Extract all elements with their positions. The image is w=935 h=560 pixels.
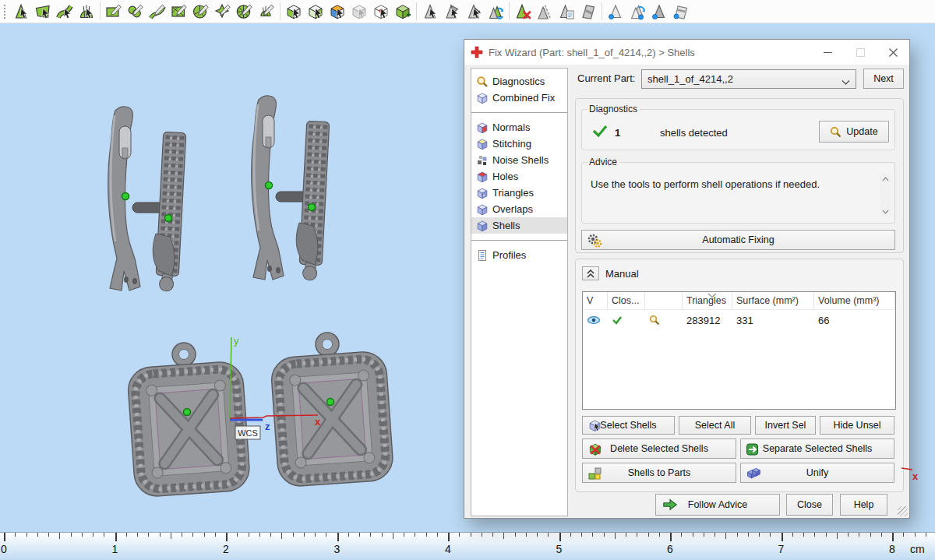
automatic-fixing-button[interactable]: Automatic Fixing [581, 230, 895, 250]
sidebar-item-diagnostics[interactable]: Diagnostics [471, 73, 567, 90]
ruler-tick [448, 533, 450, 541]
mark-mesh-icon[interactable] [168, 1, 190, 22]
separate-selected-shells-button[interactable]: Separate Selected Shells [740, 438, 894, 459]
pick-node-filled-icon[interactable] [648, 1, 670, 22]
ruler-tick [471, 533, 471, 537]
part-clasp-2[interactable] [252, 96, 330, 281]
sidebar-item-combined-fix[interactable]: Combined Fix [471, 90, 567, 106]
table-header-icon[interactable] [645, 292, 683, 309]
normals-icon [476, 122, 489, 134]
pick-point-on-part-icon[interactable] [370, 1, 392, 22]
refresh-selection-icon[interactable] [485, 1, 506, 22]
gears-icon [587, 233, 602, 251]
part-clasp-1[interactable] [108, 107, 186, 292]
table-header-Volume (mm³)[interactable]: Volume (mm³) [814, 292, 895, 309]
ruler-tick [15, 533, 16, 537]
sidebar-item-noise-shells[interactable]: Noise Shells [471, 152, 567, 168]
select-shells-button[interactable]: Select Shells [582, 416, 675, 435]
mark-fan-icon[interactable] [256, 1, 277, 22]
select-curved-surface-icon[interactable] [54, 1, 76, 22]
pick-colored-part-icon[interactable] [326, 1, 348, 22]
update-button[interactable]: Update [819, 121, 889, 143]
grow-part-selection-icon[interactable] [392, 1, 414, 22]
delete-selected-shells-button[interactable]: Delete Selected Shells [582, 438, 736, 459]
shaded-selection-icon[interactable] [577, 1, 599, 22]
ruler-tick [926, 533, 926, 537]
pick-part-window-icon[interactable] [305, 1, 326, 22]
minimize-button[interactable] [811, 40, 844, 65]
resize-grip[interactable] [898, 506, 908, 516]
dialog-titlebar[interactable]: Fix Wizard (Part: shell_1_of_4214,,2) > … [464, 40, 909, 65]
pick-node-icon[interactable] [605, 1, 626, 22]
ghost-selection-icon[interactable] [534, 1, 556, 22]
diagnostics-legend: Diagnostics [587, 104, 640, 114]
invert-sel-button[interactable]: Invert Sel [755, 416, 816, 435]
close-window-button[interactable] [877, 40, 909, 65]
ruler-tick [648, 533, 649, 537]
select-plane-icon[interactable] [32, 1, 54, 22]
close-button[interactable]: Close [786, 494, 833, 516]
sidebar-item-overlaps[interactable]: Overlaps [471, 201, 567, 217]
fix-wizard-cross-icon [471, 46, 483, 58]
ruler-tick [71, 533, 72, 537]
mark-free-curve-icon[interactable] [146, 1, 168, 22]
selection-properties-icon[interactable] [556, 1, 577, 22]
ruler-tick [148, 533, 149, 537]
unify-button[interactable]: Unify [740, 463, 894, 483]
sidebar-item-shells[interactable]: Shells [471, 217, 567, 234]
ruler-tick [304, 533, 305, 537]
sidebar-item-label: Diagnostics [492, 76, 545, 87]
current-part-dropdown[interactable]: shell_1_of_4214,,2 [641, 69, 856, 89]
pick-node-plane-icon[interactable] [670, 1, 692, 22]
select-shell-icon[interactable] [76, 1, 97, 22]
shells-to-parts-button[interactable]: Shells to Parts [582, 463, 736, 483]
wcs-label: WCS [238, 428, 258, 438]
select-all-button[interactable]: Select All [679, 416, 751, 435]
mark-spokes-icon[interactable] [234, 1, 256, 22]
ruler-tick [160, 533, 161, 537]
visibility-eye-icon[interactable] [583, 315, 608, 325]
shell-table-row[interactable]: 28391233166 [583, 310, 895, 330]
scroll-up-icon[interactable] [880, 174, 891, 184]
pick-part-icon[interactable] [283, 1, 305, 22]
ruler-tick [503, 533, 504, 539]
sidebar-item-profiles[interactable]: Profiles [471, 247, 567, 263]
maximize-button[interactable] [844, 40, 877, 65]
help-button[interactable]: Help [840, 494, 887, 516]
locate-magnifier-icon[interactable] [645, 315, 683, 326]
table-header-Clos...[interactable]: Clos... [608, 292, 645, 309]
ruler-tick [903, 533, 904, 537]
collapse-manual-button[interactable] [582, 266, 599, 280]
refresh-nodes-icon[interactable] [626, 1, 648, 22]
table-header-V[interactable]: V [583, 292, 608, 309]
delete-marked-triangles-icon[interactable] [512, 1, 534, 22]
pick-part-disabled-icon[interactable] [348, 1, 370, 22]
advice-scrollbar[interactable] [880, 174, 891, 217]
mark-star-icon[interactable] [212, 1, 234, 22]
ruler-unit: cm [910, 543, 925, 555]
table-header-Surface (mm²)[interactable]: Surface (mm²) [732, 292, 814, 309]
sidebar-item-stitching[interactable]: Stitching [471, 136, 567, 152]
ruler-tick [259, 533, 260, 537]
current-part-label: Current Part: [577, 72, 635, 84]
sidebar-item-normals[interactable]: Normals [471, 119, 567, 136]
follow-advice-button[interactable]: Follow Advice [655, 494, 780, 516]
table-top-chevron-icon[interactable] [707, 291, 717, 301]
mark-pie-icon[interactable] [190, 1, 212, 22]
pick-triangle-icon[interactable] [419, 1, 441, 22]
ruler-tick [249, 533, 249, 537]
hide-unsel-button[interactable]: Hide Unsel [820, 416, 894, 435]
ruler-label: 1 [112, 543, 118, 555]
advice-groupbox: Advice Use the tools to perform shell op… [581, 157, 895, 224]
next-button[interactable]: Next [863, 69, 904, 89]
move-triangle-icon[interactable] [463, 1, 485, 22]
mark-rectangle-icon[interactable] [103, 1, 125, 22]
sidebar-item-holes[interactable]: Holes [471, 168, 567, 185]
sidebar-item-triangles[interactable]: Triangles [471, 185, 567, 201]
part-pendant-2[interactable] [270, 333, 394, 488]
select-triangles-icon[interactable] [10, 1, 32, 22]
pick-connected-triangles-icon[interactable] [441, 1, 463, 22]
mark-circles-icon[interactable] [125, 1, 146, 22]
toolbar-drag-handle[interactable] [3, 4, 7, 19]
scroll-down-icon[interactable] [880, 206, 891, 217]
